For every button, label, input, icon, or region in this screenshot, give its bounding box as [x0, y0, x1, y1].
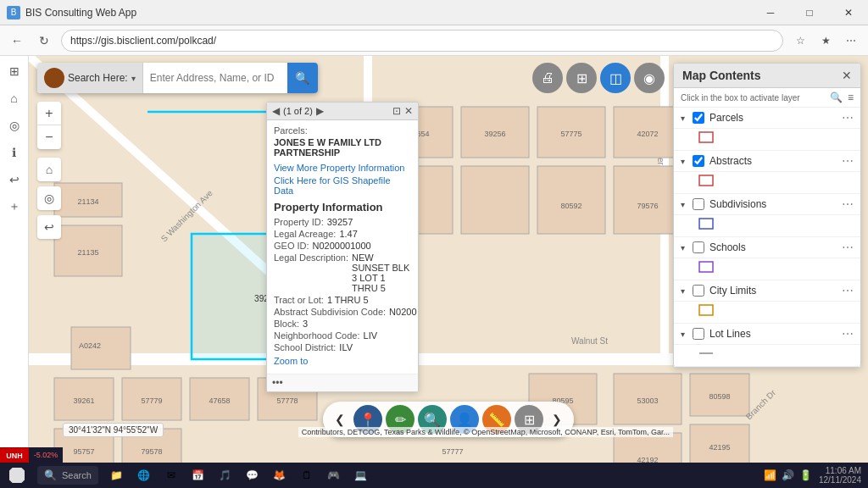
sidebar-add-icon[interactable]: ＋ — [3, 195, 26, 219]
svg-text:39256: 39256 — [484, 130, 505, 138]
abstracts-menu-button[interactable]: ⋯ — [842, 154, 854, 168]
sidebar-info-icon[interactable]: ℹ — [3, 141, 26, 164]
window-controls: ─ □ ✕ — [751, 0, 868, 25]
abstract-row: Abstract Subdivision Code: N0200 — [274, 307, 411, 317]
subdivisions-menu-button[interactable]: ⋯ — [842, 197, 854, 211]
taskbar-app-game[interactable]: 🎮 — [322, 463, 346, 487]
popup-close-button[interactable]: ✕ — [404, 105, 413, 117]
svg-text:57778: 57778 — [276, 396, 298, 405]
refresh-button[interactable]: ↻ — [34, 30, 54, 51]
map-area[interactable]: Walnut St Elizabeth S Younger Ave S Wash… — [29, 56, 868, 463]
back-extent-button[interactable]: ↩ — [37, 215, 61, 239]
layers-button[interactable]: ◫ — [600, 63, 631, 93]
title-bar: B BIS Consulting Web App ─ □ ✕ — [0, 0, 868, 25]
more-info-link[interactable]: View More Property Information — [274, 163, 411, 173]
zoom-to-link[interactable]: Zoom to — [274, 356, 411, 366]
taskbar-app-notepad[interactable]: 🗒 — [295, 463, 319, 487]
taskbar-time: 11:06 AM — [826, 466, 861, 475]
basemap-button[interactable]: ⊞ — [566, 63, 597, 93]
sidebar-back-icon[interactable]: ↩ — [3, 168, 26, 191]
subdivisions-checkbox[interactable] — [693, 198, 704, 210]
print-button[interactable]: 🖨 — [532, 63, 563, 93]
popup-more-button[interactable]: ••• — [272, 377, 283, 389]
abstracts-icon-row — [674, 172, 860, 194]
settings-button[interactable]: ◉ — [634, 63, 665, 93]
taskbar-app-files[interactable]: 📁 — [105, 463, 129, 487]
layer-item-city-limits: ▾ City Limits ⋯ — [674, 280, 860, 302]
popup-footer: ••• — [267, 374, 418, 391]
popup-next-button[interactable]: ▶ — [316, 105, 324, 117]
taskbar-app-computer[interactable]: 💻 — [349, 463, 373, 487]
legal-desc-value: NEW SUNSET BLK 3 LOT 1 THRU 5 — [352, 252, 411, 293]
schools-expand-arrow[interactable]: ▾ — [681, 243, 691, 252]
parcels-expand-arrow[interactable]: ▾ — [681, 114, 691, 123]
city-limits-expand-arrow[interactable]: ▾ — [681, 286, 691, 296]
schools-checkbox[interactable] — [693, 241, 704, 253]
tract-label: Tract or Lot: — [274, 295, 324, 305]
block-value: 3 — [303, 319, 308, 329]
sidebar-home-icon[interactable]: ⌂ — [3, 86, 26, 110]
parcels-menu-button[interactable]: ⋯ — [842, 111, 854, 125]
svg-text:A0242: A0242 — [79, 341, 101, 350]
sidebar-layers-icon[interactable]: ⊞ — [3, 59, 26, 83]
layer-item-abstracts: ▾ Abstracts ⋯ — [674, 151, 860, 172]
parcels-symbol — [698, 130, 715, 144]
search-input[interactable] — [143, 63, 287, 93]
taskbar-app-browser[interactable]: 🌐 — [132, 463, 156, 487]
city-limits-checkbox[interactable] — [693, 285, 704, 297]
property-id-row: Property ID: 39257 — [274, 217, 411, 227]
location-button[interactable]: ◎ — [37, 186, 61, 210]
taskbar-app-firefox[interactable]: 🦊 — [268, 463, 292, 487]
home-button[interactable]: ⌂ — [37, 158, 61, 181]
parcels-label: Parcels — [709, 112, 842, 124]
layer-search-button[interactable]: 🔍 — [830, 92, 843, 103]
taskbar-app-chat[interactable]: 💬 — [241, 463, 264, 487]
zoom-in-button[interactable]: + — [37, 102, 61, 125]
sidebar-location-icon[interactable]: ◎ — [3, 114, 26, 137]
more-button[interactable]: ⋯ — [841, 30, 861, 51]
subdivisions-expand-arrow[interactable]: ▾ — [681, 200, 691, 209]
taskbar-app-music[interactable]: 🎵 — [214, 463, 237, 487]
lot-lines-checkbox[interactable] — [693, 328, 704, 340]
restore-button[interactable]: □ — [790, 0, 829, 25]
abstracts-label: Abstracts — [709, 155, 842, 167]
popup-header: ◀ (1 of 2) ▶ ⊡ ✕ — [267, 103, 418, 120]
parcels-checkbox[interactable] — [693, 112, 704, 124]
block-row: Block: 3 — [274, 319, 411, 329]
star-button[interactable]: ☆ — [790, 30, 810, 51]
taskbar-app-mail[interactable]: ✉ — [159, 463, 183, 487]
taskbar-search[interactable]: 🔍 Search — [37, 466, 98, 485]
start-button[interactable] — [0, 463, 34, 488]
abstracts-expand-arrow[interactable]: ▾ — [681, 157, 691, 166]
user-avatar — [44, 68, 64, 88]
shapefile-link[interactable]: Click Here for GIS Shapefile Data — [274, 175, 411, 196]
popup-prev-button[interactable]: ◀ — [272, 105, 280, 117]
layer-filter-button[interactable]: ≡ — [848, 92, 854, 103]
lot-lines-expand-arrow[interactable]: ▾ — [681, 330, 691, 339]
lot-lines-menu-button[interactable]: ⋯ — [842, 327, 854, 341]
taskbar-app-calendar[interactable]: 📅 — [186, 463, 210, 487]
subdivisions-symbol — [698, 217, 715, 230]
city-limits-menu-button[interactable]: ⋯ — [842, 284, 854, 297]
abstracts-checkbox[interactable] — [693, 155, 704, 167]
minimize-button[interactable]: ─ — [751, 0, 790, 25]
taskbar-battery-icon: 🔋 — [799, 469, 812, 481]
tract-value: 1 THRU 5 — [327, 295, 369, 305]
svg-text:79578: 79578 — [141, 447, 162, 456]
search-submit-button[interactable]: 🔍 — [287, 63, 318, 93]
favorites-button[interactable]: ★ — [815, 30, 836, 51]
taskbar-indicators: 📶 🔊 🔋 — [764, 469, 812, 481]
schools-label: Schools — [709, 241, 842, 253]
map-controls-left: ⌂ ◎ ↩ — [37, 158, 61, 239]
popup-dock-button[interactable]: ⊡ — [392, 105, 401, 117]
search-here-button[interactable]: Search Here: ▾ — [37, 63, 143, 93]
back-button[interactable]: ← — [7, 30, 27, 51]
close-button[interactable]: ✕ — [829, 0, 868, 25]
geo-id-label: GEO ID: — [274, 241, 309, 251]
map-contents-close-button[interactable]: ✕ — [842, 69, 852, 82]
map-contents-subheader: Click in the box to activate layer 🔍 ≡ — [674, 88, 860, 108]
url-bar[interactable]: https://gis.bisclient.com/polkcad/ — [61, 30, 783, 52]
schools-menu-button[interactable]: ⋯ — [842, 241, 854, 254]
map-toolbar: 🖨 ⊞ ◫ ◉ — [532, 63, 665, 93]
zoom-out-button[interactable]: − — [37, 125, 61, 149]
